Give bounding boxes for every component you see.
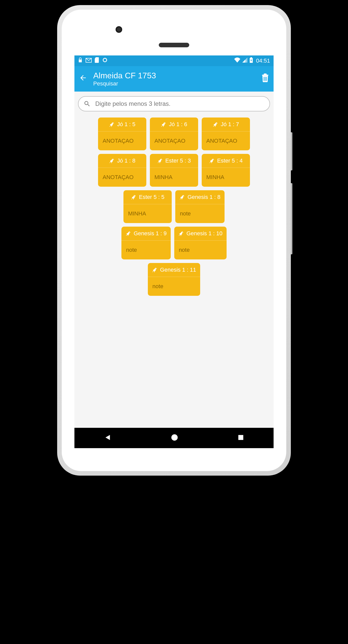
note-card[interactable]: Ester 5 : 4MINHA xyxy=(202,154,250,187)
note-card[interactable]: Ester 5 : 3MINHA xyxy=(150,154,198,187)
card-header: Jó 1 : 7 xyxy=(202,118,250,131)
note-text: ANOTAÇAO xyxy=(150,131,198,150)
card-header: Genesis 1 : 8 xyxy=(175,190,225,204)
note-card[interactable]: Genesis 1 : 9note xyxy=(121,227,171,259)
phone-frame: 04:51 Almeida CF 1753 Pesquisar xyxy=(57,5,291,476)
search-container xyxy=(74,92,274,115)
verse-reference: Jó 1 : 7 xyxy=(221,121,239,128)
verse-reference: Ester 5 : 3 xyxy=(165,157,191,164)
app-bar: Almeida CF 1753 Pesquisar xyxy=(74,66,274,92)
note-text: MINHA xyxy=(123,204,172,223)
card-header: Genesis 1 : 9 xyxy=(121,227,171,241)
svg-rect-0 xyxy=(79,60,82,62)
note-card[interactable]: Jó 1 : 7ANOTAÇAO xyxy=(202,118,250,150)
card-row: Jó 1 : 8ANOTAÇAOEster 5 : 3MINHAEster 5 … xyxy=(78,154,270,187)
verse-reference: Jó 1 : 6 xyxy=(169,121,187,128)
lock-icon xyxy=(78,57,83,64)
pin-icon xyxy=(125,231,131,236)
app-titles: Almeida CF 1753 Pesquisar xyxy=(93,71,261,87)
svg-rect-12 xyxy=(238,435,243,440)
status-clock: 04:51 xyxy=(256,57,270,64)
card-row: Genesis 1 : 9noteGenesis 1 : 10note xyxy=(78,227,270,259)
wifi-icon xyxy=(234,57,240,64)
note-card[interactable]: Genesis 1 : 8note xyxy=(175,190,225,223)
delete-button[interactable] xyxy=(261,74,269,84)
card-header: Ester 5 : 5 xyxy=(123,190,172,204)
card-header: Jó 1 : 6 xyxy=(150,118,198,131)
card-header: Jó 1 : 8 xyxy=(98,154,146,168)
svg-rect-3 xyxy=(250,57,252,58)
card-row: Jó 1 : 5ANOTAÇAOJó 1 : 6ANOTAÇAOJó 1 : 7… xyxy=(78,118,270,150)
svg-point-2 xyxy=(103,58,107,62)
pin-icon xyxy=(179,194,185,200)
svg-rect-7 xyxy=(265,77,265,81)
note-text: note xyxy=(148,277,200,296)
note-card[interactable]: Genesis 1 : 11note xyxy=(148,263,200,296)
note-text: ANOTAÇAO xyxy=(98,131,146,150)
navigation-bar xyxy=(74,428,274,448)
front-camera xyxy=(116,26,122,33)
verse-reference: Genesis 1 : 10 xyxy=(186,230,223,237)
card-header: Genesis 1 : 10 xyxy=(174,227,227,241)
card-header: Ester 5 : 4 xyxy=(202,154,250,168)
pin-icon xyxy=(161,122,166,127)
card-header: Jó 1 : 5 xyxy=(98,118,146,131)
note-text: note xyxy=(175,204,225,223)
pin-icon xyxy=(152,267,157,273)
search-input[interactable] xyxy=(95,100,264,107)
note-card[interactable]: Jó 1 : 8ANOTAÇAO xyxy=(98,154,146,187)
card-row: Genesis 1 : 11note xyxy=(78,263,270,296)
signal-icon xyxy=(242,57,247,64)
phone-bezel: 04:51 Almeida CF 1753 Pesquisar xyxy=(62,10,286,471)
note-text: ANOTAÇAO xyxy=(202,131,250,150)
verse-reference: Ester 5 : 4 xyxy=(217,157,243,164)
note-text: note xyxy=(121,241,171,259)
card-header: Genesis 1 : 11 xyxy=(148,263,200,277)
nav-recent-button[interactable] xyxy=(238,434,244,442)
note-text: note xyxy=(174,241,227,259)
search-icon xyxy=(84,100,91,107)
verse-reference: Genesis 1 : 9 xyxy=(134,230,167,237)
verse-reference: Jó 1 : 8 xyxy=(117,157,135,164)
search-box[interactable] xyxy=(78,96,270,111)
verse-reference: Genesis 1 : 11 xyxy=(160,267,196,273)
svg-rect-8 xyxy=(266,77,267,81)
verse-reference: Genesis 1 : 8 xyxy=(187,194,220,200)
back-button[interactable] xyxy=(79,74,87,84)
pin-icon xyxy=(131,194,136,200)
note-text: MINHA xyxy=(150,168,198,187)
status-right: 04:51 xyxy=(234,57,270,64)
pin-icon xyxy=(157,158,163,164)
pin-icon xyxy=(178,231,184,236)
note-text: ANOTAÇAO xyxy=(98,168,146,187)
nav-back-button[interactable] xyxy=(104,434,112,442)
note-card[interactable]: Ester 5 : 5MINHA xyxy=(123,190,172,223)
pin-icon xyxy=(209,158,215,164)
verse-reference: Ester 5 : 5 xyxy=(139,194,164,200)
note-card[interactable]: Jó 1 : 5ANOTAÇAO xyxy=(98,118,146,150)
status-left xyxy=(78,57,107,64)
sd-card-icon xyxy=(95,57,99,64)
pin-icon xyxy=(213,122,218,127)
power-button xyxy=(291,132,292,170)
note-card[interactable]: Genesis 1 : 10note xyxy=(174,227,227,259)
app-subtitle: Pesquisar xyxy=(93,80,261,87)
note-text: MINHA xyxy=(202,168,250,187)
card-row: Ester 5 : 5MINHAGenesis 1 : 8note xyxy=(78,190,270,223)
card-header: Ester 5 : 3 xyxy=(150,154,198,168)
app-title: Almeida CF 1753 xyxy=(93,71,261,80)
nav-home-button[interactable] xyxy=(171,434,178,442)
svg-rect-10 xyxy=(264,74,266,75)
pin-icon xyxy=(109,158,115,164)
svg-rect-6 xyxy=(264,77,264,81)
svg-point-11 xyxy=(171,434,178,441)
notes-grid: Jó 1 : 5ANOTAÇAOJó 1 : 6ANOTAÇAOJó 1 : 7… xyxy=(74,115,274,428)
svg-rect-9 xyxy=(262,75,268,76)
mail-icon xyxy=(86,57,92,64)
screen: 04:51 Almeida CF 1753 Pesquisar xyxy=(74,55,274,448)
battery-icon xyxy=(249,57,253,64)
volume-button xyxy=(291,183,292,254)
note-card[interactable]: Jó 1 : 6ANOTAÇAO xyxy=(150,118,198,150)
earpiece-speaker xyxy=(159,43,189,47)
circle-icon xyxy=(102,57,107,64)
